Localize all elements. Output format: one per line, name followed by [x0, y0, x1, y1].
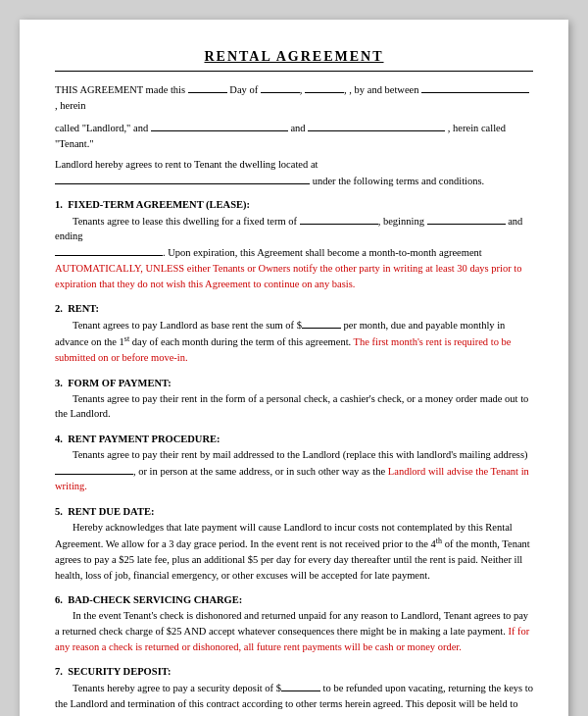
blank-day — [188, 81, 227, 93]
section-3-number: 3. — [55, 378, 63, 388]
section-1: 1. FIXED-TERM AGREEMENT (LEASE): Tenants… — [55, 197, 533, 292]
blank-term — [300, 213, 378, 225]
section-6-body: 6. BAD-CHECK SERVICING CHARGE: In the ev… — [55, 592, 533, 654]
intro-line1: THIS AGREEMENT made this Day of , , , by… — [55, 81, 533, 114]
intro-text-8: Landlord hereby agrees to rent to Tenant… — [55, 159, 318, 170]
blank-rent-amount — [302, 317, 341, 329]
section-3-title: FORM OF PAYMENT: — [68, 378, 172, 388]
section-2-title: RENT: — [68, 303, 99, 314]
intro-text-4: , herein — [55, 100, 86, 111]
intro-text-1: THIS AGREEMENT made this — [55, 84, 185, 95]
section-2-number: 2. — [55, 303, 63, 314]
section-1-content: Tenants agree to lease this dwelling for… — [55, 216, 522, 289]
section-2-content: Tenant agrees to pay Landlord as base re… — [55, 320, 511, 363]
section-7-body: 7. SECURITY DEPOSIT: Tenants hereby agre… — [55, 664, 533, 716]
blank-deposit — [281, 680, 320, 691]
section-6-number: 6. — [55, 594, 63, 605]
intro-line3: Landlord hereby agrees to rent to Tenant… — [55, 157, 533, 189]
section-3-body: 3. FORM OF PAYMENT: Tenants agree to pay… — [55, 376, 533, 422]
blank-month — [261, 81, 300, 93]
intro-line2: called "Landlord," and and , herein call… — [55, 120, 533, 152]
section-7-title: SECURITY DEPOSIT: — [68, 666, 171, 677]
section-4: 4. RENT PAYMENT PROCEDURE: Tenants agree… — [55, 432, 533, 494]
section-7-content: Tenants hereby agree to pay a security d… — [55, 683, 533, 716]
section-4-body: 4. RENT PAYMENT PROCEDURE: Tenants agree… — [55, 432, 533, 494]
section-7-number: 7. — [55, 666, 63, 677]
section-4-title: RENT PAYMENT PROCEDURE: — [68, 434, 220, 444]
blank-tenant2 — [308, 120, 445, 131]
document-title: RENTAL AGREEMENT — [55, 47, 533, 67]
intro-block: THIS AGREEMENT made this Day of , , , by… — [55, 81, 533, 189]
section-2-body: 2. RENT: Tenant agrees to pay Landlord a… — [55, 301, 533, 366]
section-5: 5. RENT DUE DATE: Hereby acknowledges th… — [55, 504, 533, 583]
section-1-red: AUTOMATICALLY, UNLESS either Tenants or … — [55, 263, 521, 289]
blank-tenant1 — [151, 120, 288, 131]
section-3: 3. FORM OF PAYMENT: Tenants agree to pay… — [55, 376, 533, 422]
intro-text-6: and — [290, 123, 305, 133]
section-6: 6. BAD-CHECK SERVICING CHARGE: In the ev… — [55, 592, 533, 654]
section-5-title: RENT DUE DATE: — [68, 506, 154, 517]
section-2: 2. RENT: Tenant agrees to pay Landlord a… — [55, 301, 533, 366]
blank-mailing — [55, 463, 133, 475]
section-1-body: 1. FIXED-TERM AGREEMENT (LEASE): Tenants… — [55, 197, 533, 292]
intro-text-5: called "Landlord," and — [55, 123, 148, 133]
blank-year — [305, 81, 344, 93]
section-4-number: 4. — [55, 434, 63, 444]
section-4-content: Tenants agree to pay their rent by mail … — [55, 449, 529, 492]
blank-begin — [427, 213, 506, 225]
blank-address — [55, 173, 310, 184]
rental-agreement-document: RENTAL AGREEMENT THIS AGREEMENT made thi… — [20, 20, 568, 716]
blank-party1 — [421, 81, 529, 93]
section-5-content: Hereby acknowledges that late payment wi… — [55, 522, 530, 581]
section-6-content: In the event Tenant's check is dishonore… — [55, 610, 529, 652]
blank-end — [55, 244, 163, 256]
section-2-red: The first month's rent is required to be… — [55, 336, 511, 363]
section-6-title: BAD-CHECK SERVICING CHARGE: — [68, 594, 242, 605]
intro-text-3: , by and between — [349, 84, 418, 95]
section-1-number: 1. — [55, 199, 63, 210]
section-3-content: Tenants agree to pay their rent in the f… — [55, 393, 528, 420]
section-1-title: FIXED-TERM AGREEMENT (LEASE): — [68, 199, 250, 210]
intro-text-9: under the following terms and conditions… — [313, 176, 485, 186]
intro-text-2: Day of — [229, 84, 258, 95]
sections-list: 1. FIXED-TERM AGREEMENT (LEASE): Tenants… — [55, 197, 533, 716]
section-5-body: 5. RENT DUE DATE: Hereby acknowledges th… — [55, 504, 533, 583]
section-5-number: 5. — [55, 506, 63, 517]
section-6-red: If for any reason a check is returned or… — [55, 626, 529, 652]
section-7: 7. SECURITY DEPOSIT: Tenants hereby agre… — [55, 664, 533, 716]
